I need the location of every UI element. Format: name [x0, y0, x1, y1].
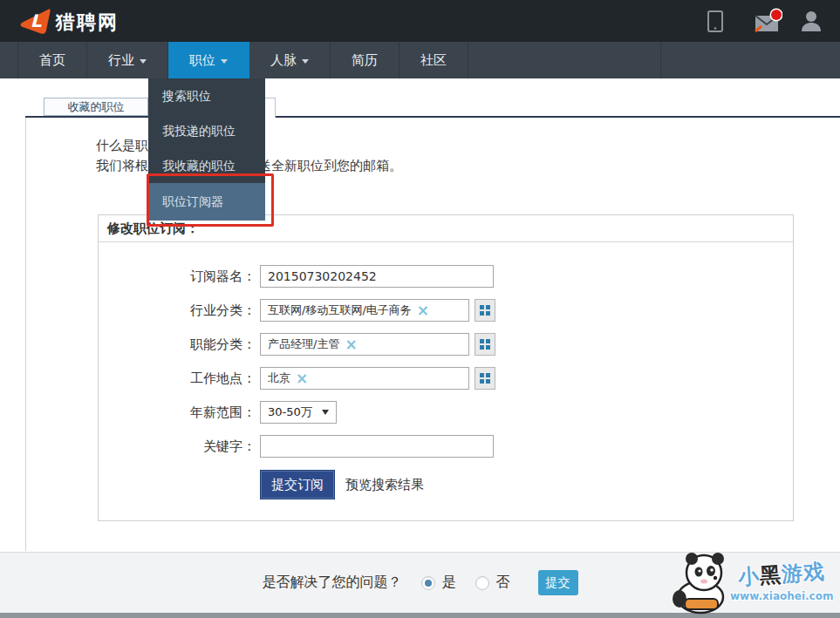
form-row-subscriber-name: 订阅器名： [99, 265, 793, 288]
subscription-form-panel: 修改职位订阅： 订阅器名： 行业分类： 互联网/移动互联网/电子商务 × 职能分… [98, 214, 794, 521]
watermark: 小黑游戏 www.xiaohei.com [666, 548, 840, 615]
industry-field[interactable]: 互联网/移动互联网/电子商务 × [260, 299, 469, 322]
svg-text:L: L [31, 10, 42, 31]
form-actions: 提交订阅 预览搜索结果 [260, 470, 793, 499]
subscriber-name-input[interactable] [260, 265, 494, 288]
container-top-border [25, 116, 148, 118]
industry-value: 互联网/移动互联网/电子商务 [268, 302, 412, 318]
nav-item-network[interactable]: 人脉 [249, 42, 331, 78]
nav-item-jobs[interactable]: 职位 [168, 42, 249, 78]
menu-item-applied-jobs[interactable]: 我投递的职位 [148, 113, 265, 148]
radio-option-no[interactable]: 否 [475, 574, 510, 592]
function-field[interactable]: 产品经理/主管 × [260, 333, 469, 356]
form-row-keyword: 关键字： [99, 435, 793, 458]
salary-value: 30-50万 [268, 404, 312, 420]
tab-favorited-jobs[interactable]: 收藏的职位 [44, 98, 148, 116]
menu-item-job-subscriber[interactable]: 职位订阅器 [148, 183, 265, 221]
location-picker-button[interactable] [475, 367, 495, 390]
grid-icon [480, 339, 490, 350]
chevron-down-icon [302, 59, 309, 64]
function-picker-button[interactable] [475, 333, 495, 356]
intro-line2-left: 我们将根 [96, 158, 148, 174]
liepin-logo-icon[interactable]: L [19, 7, 51, 36]
mail-icon[interactable] [753, 8, 777, 34]
radio-no-icon[interactable] [475, 576, 489, 590]
form-row-industry: 行业分类： 互联网/移动互联网/电子商务 × [99, 299, 793, 322]
radio-option-yes[interactable]: 是 [421, 574, 456, 592]
salary-select[interactable]: 30-50万 [260, 401, 337, 424]
location-value: 北京 [268, 370, 290, 386]
feedback-question: 是否解决了您的问题？ [263, 574, 402, 592]
select-arrow-icon [322, 410, 329, 415]
container-top-border [276, 116, 840, 118]
notification-dot [771, 10, 782, 20]
remove-tag-icon[interactable]: × [345, 337, 357, 352]
nav-item-resume[interactable]: 简历 [331, 42, 400, 78]
main-nav: 首页 行业 职位 人脉 简历 社区 [0, 42, 840, 78]
top-bar: L 猎聘网 [0, 0, 840, 42]
intro-line2-right: 送全新职位到您的邮箱。 [258, 158, 402, 174]
radio-yes-icon[interactable] [421, 576, 435, 590]
jobs-dropdown-menu: 搜索职位 我投递的职位 我收藏的职位 职位订阅器 [148, 78, 265, 221]
nav-item-home[interactable]: 首页 [18, 42, 87, 78]
salary-label: 年薪范围： [99, 404, 256, 421]
form-row-location: 工作地点： 北京 × [99, 367, 793, 390]
form-row-function: 职能分类： 产品经理/主管 × [99, 333, 793, 356]
device-icon[interactable] [706, 8, 730, 34]
watermark-url: www.xiaohei.com [730, 590, 833, 602]
chevron-down-icon [221, 59, 228, 64]
watermark-title: 小黑游戏 [737, 558, 826, 592]
nav-item-community[interactable]: 社区 [400, 42, 468, 78]
remove-tag-icon[interactable]: × [417, 303, 429, 318]
nav-item-industry[interactable]: 行业 [87, 42, 168, 78]
panda-mascot-image [666, 548, 735, 615]
topbar-icon-group [706, 0, 824, 42]
feedback-submit-button[interactable]: 提交 [538, 570, 578, 595]
site-title: 猎聘网 [56, 10, 119, 36]
keyword-input[interactable] [260, 435, 494, 458]
grid-icon [480, 373, 490, 384]
keyword-label: 关键字： [99, 438, 256, 455]
grid-icon [480, 305, 490, 316]
menu-item-favorited-jobs[interactable]: 我收藏的职位 [148, 148, 265, 183]
location-label: 工作地点： [99, 370, 256, 387]
remove-tag-icon[interactable]: × [296, 371, 308, 386]
subscriber-name-label: 订阅器名： [99, 268, 256, 285]
form-row-salary: 年薪范围： 30-50万 [99, 401, 793, 424]
preview-results-link[interactable]: 预览搜索结果 [345, 477, 424, 493]
industry-picker-button[interactable] [475, 299, 495, 322]
industry-label: 行业分类： [99, 302, 256, 319]
submit-subscription-button[interactable]: 提交订阅 [260, 470, 335, 499]
function-label: 职能分类： [99, 336, 256, 353]
menu-item-search-jobs[interactable]: 搜索职位 [148, 78, 265, 113]
nav-divider [660, 42, 661, 78]
user-icon[interactable] [800, 8, 824, 34]
chevron-down-icon [140, 59, 147, 64]
container-left-border [25, 118, 26, 551]
location-field[interactable]: 北京 × [260, 367, 469, 390]
function-value: 产品经理/主管 [268, 336, 339, 352]
